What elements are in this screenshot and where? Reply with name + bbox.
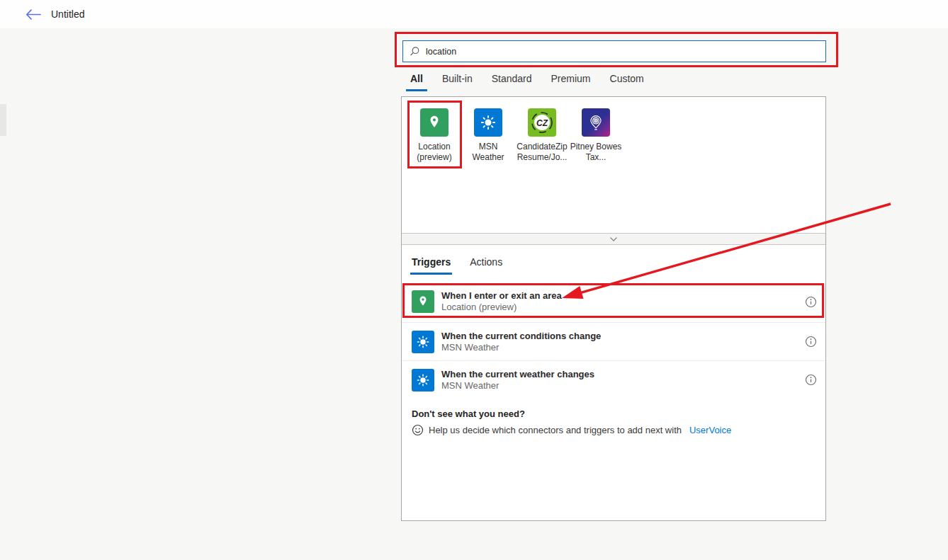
smiley-icon xyxy=(412,424,424,436)
tile-label: Location(preview) xyxy=(417,142,451,163)
trigger-row-weather-changes[interactable]: When the current weather changes MSN Wea… xyxy=(402,360,825,399)
flow-designer-page: Untitled All Built-in Standard Premium C… xyxy=(0,0,948,560)
expand-results-bar[interactable] xyxy=(402,233,825,245)
info-icon[interactable] xyxy=(805,374,817,386)
footer-message: Help us decide which connectors and trig… xyxy=(429,425,682,435)
location-pin-icon xyxy=(420,108,448,137)
tab-triggers[interactable]: Triggers xyxy=(410,256,452,275)
sun-icon xyxy=(412,369,434,392)
tile-label: MSNWeather xyxy=(472,142,504,163)
trigger-row-enter-exit-area[interactable]: When I enter or exit an area Location (p… xyxy=(402,285,825,318)
footer-heading: Don't see what you need? xyxy=(412,408,525,419)
tab-custom[interactable]: Custom xyxy=(610,73,644,91)
info-icon[interactable] xyxy=(805,296,817,308)
connector-tile-pitney-bowes[interactable]: Pitney BowesTax... xyxy=(563,108,628,163)
uservoice-link[interactable]: UserVoice xyxy=(689,425,731,435)
footer-message-line: Help us decide which connectors and trig… xyxy=(412,424,731,436)
connector-picker-panel: Location(preview) MSNWeather xyxy=(401,96,826,521)
sun-icon xyxy=(412,331,434,353)
category-tabs: All Built-in Standard Premium Custom xyxy=(410,73,644,91)
top-bar: Untitled xyxy=(0,0,948,28)
cz-logo-icon: CZ xyxy=(528,108,556,137)
trigger-text: When the current conditions change MSN W… xyxy=(441,331,601,353)
trigger-text: When the current weather changes MSN Wea… xyxy=(441,369,594,392)
trigger-row-conditions-change[interactable]: When the current conditions change MSN W… xyxy=(402,322,825,360)
info-icon[interactable] xyxy=(805,336,817,348)
tab-premium[interactable]: Premium xyxy=(551,73,591,91)
tab-built-in[interactable]: Built-in xyxy=(442,73,473,91)
tab-actions[interactable]: Actions xyxy=(470,256,502,275)
collapsed-panel-handle[interactable] xyxy=(0,104,6,136)
back-button[interactable] xyxy=(26,9,41,20)
search-input[interactable] xyxy=(426,47,794,57)
tile-label: Pitney BowesTax... xyxy=(570,142,622,163)
search-icon xyxy=(410,46,420,57)
back-arrow-icon xyxy=(26,9,41,20)
tile-label: CandidateZipResume/Jo... xyxy=(517,142,567,163)
tab-all[interactable]: All xyxy=(406,73,427,91)
trigger-text: When I enter or exit an area Location (p… xyxy=(441,290,562,313)
location-pin-icon xyxy=(412,290,434,313)
chevron-down-icon xyxy=(609,236,618,242)
flow-title: Untitled xyxy=(51,0,84,28)
pb-pin-icon xyxy=(582,108,610,137)
connector-search-box[interactable] xyxy=(402,40,826,62)
sun-icon xyxy=(474,108,502,137)
trigger-action-tabs: Triggers Actions xyxy=(412,256,502,275)
svg-text:CZ: CZ xyxy=(536,118,548,128)
tab-standard[interactable]: Standard xyxy=(492,73,532,91)
